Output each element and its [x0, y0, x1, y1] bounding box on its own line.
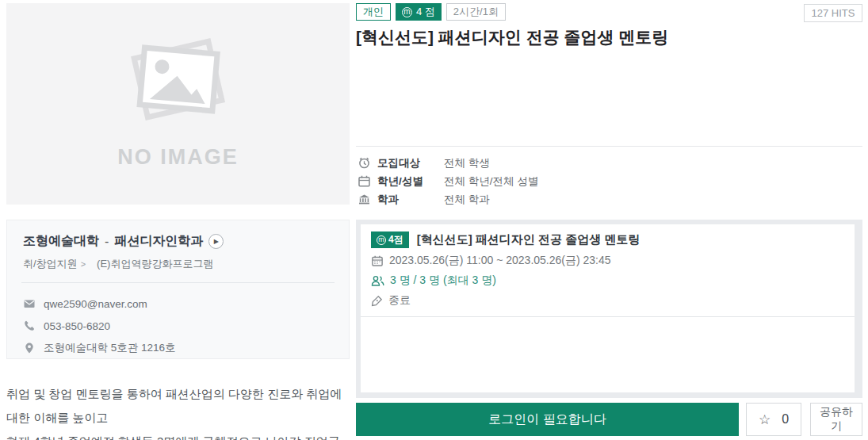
mileage-icon: m	[377, 235, 386, 245]
no-image-label: NO IMAGE	[117, 145, 239, 170]
department-name: 패션디자인학과	[114, 233, 203, 250]
info-row-target: 모집대상 전체 학생	[356, 154, 862, 172]
session-capacity: 3 명 / 3 명 (최대 3 명)	[390, 274, 496, 288]
session-date-row: 2023.05.26(금) 11:00 ~ 2023.05.26(금) 23:4…	[371, 254, 844, 268]
description-line-1: 취업 및 창업 멘토링을 통하여 패션산업의 다양한 진로와 취업에 대한 이해…	[6, 382, 350, 430]
session-date: 2023.05.26(금) 11:00 ~ 2023.05.26(금) 23:4…	[389, 254, 611, 268]
page-title: [혁신선도] 패션디자인 전공 졸업생 멘토링	[356, 26, 832, 48]
info-label: 모집대상	[377, 156, 444, 170]
session-list-panel: m 4점 [혁신선도] 패션디자인 전공 졸업생 멘토링 2023.05.26(…	[356, 220, 862, 398]
title-separator: -	[105, 235, 109, 249]
badge-duration: 2시간/1회	[446, 3, 506, 21]
description-line-2: 현재 4학년 졸업예정 학생들 3명에게 구체적으로 나아갈 직업군과 세부 내…	[6, 430, 350, 440]
phone-value: 053-850-6820	[44, 320, 110, 332]
category-link[interactable]: 취/창업지원	[23, 257, 78, 271]
card-divider	[21, 282, 335, 283]
email-row: qwe2590@naver.com	[23, 293, 333, 315]
address-row: 조형예술대학 5호관 1216호	[23, 337, 333, 359]
people-icon	[371, 275, 384, 287]
organization-card: 조형예술대학 - 패션디자인학과 ▶ 취/창업지원 > (E)취업역량강화프로그…	[6, 220, 350, 359]
play-icon[interactable]: ▶	[208, 234, 224, 249]
program-info-section: 모집대상 전체 학생 학년/성별 전체 학년/전체 성별 학과 전체 학과	[356, 146, 862, 209]
info-value: 전체 학과	[444, 193, 490, 207]
phone-row: 053-850-6820	[23, 315, 333, 337]
session-score-badge: m 4점	[371, 231, 409, 248]
favorite-button[interactable]: ☆ 0	[746, 403, 801, 436]
no-image-placeholder: NO IMAGE	[6, 3, 350, 205]
session-item[interactable]: m 4점 [혁신선도] 패션디자인 전공 졸업생 멘토링 2023.05.26(…	[361, 224, 855, 317]
session-score-label: 4점	[388, 233, 403, 247]
login-required-button[interactable]: 로그인이 필요합니다	[356, 403, 739, 436]
info-row-department: 학과 전체 학과	[356, 190, 862, 209]
address-value: 조형예술대학 5호관 1216호	[44, 341, 176, 355]
favorite-count: 0	[782, 412, 789, 427]
info-value: 전체 학년/전체 성별	[444, 174, 538, 189]
phone-icon	[23, 319, 36, 332]
program-detail-page: NO IMAGE 조형예술대학 - 패션디자인학과 ▶ 취/창업지원 > (E)…	[0, 0, 868, 440]
mileage-icon: m	[402, 7, 412, 17]
session-capacity-row: 3 명 / 3 명 (최대 3 명)	[371, 274, 844, 288]
calendar-icon	[358, 174, 371, 188]
clock-icon	[358, 156, 371, 170]
calendar-icon	[371, 254, 384, 267]
session-list: m 4점 [혁신선도] 패션디자인 전공 졸업생 멘토링 2023.05.26(…	[361, 224, 855, 392]
category-breadcrumb: 취/창업지원 > (E)취업역량강화프로그램	[23, 257, 333, 271]
info-label: 학과	[377, 193, 444, 207]
program-type-link[interactable]: (E)취업역량강화프로그램	[97, 257, 213, 271]
email-value: qwe2590@naver.com	[44, 298, 147, 310]
chevron-right-icon: >	[81, 259, 86, 269]
mail-icon	[23, 297, 36, 310]
hits-counter: 127 HITS	[804, 4, 862, 22]
organization-title: 조형예술대학 - 패션디자인학과 ▶	[23, 233, 333, 250]
badge-row: 개인 m 4 점 2시간/1회	[356, 3, 506, 21]
session-title: [혁신선도] 패션디자인 전공 졸업생 멘토링	[417, 232, 640, 247]
badge-personal: 개인	[356, 3, 391, 21]
star-icon: ☆	[759, 411, 770, 428]
photo-stack-icon	[115, 32, 242, 131]
session-status: 종료	[388, 293, 411, 308]
info-label: 학년/성별	[377, 174, 444, 189]
bank-icon	[358, 193, 371, 206]
session-status-row: 종료	[371, 293, 844, 308]
program-description: 취업 및 창업 멘토링을 통하여 패션산업의 다양한 진로와 취업에 대한 이해…	[6, 382, 350, 440]
college-name: 조형예술대학	[23, 233, 99, 250]
info-value: 전체 학생	[444, 156, 490, 170]
badge-score-label: 4 점	[416, 5, 435, 19]
pen-icon	[371, 295, 383, 307]
info-row-grade-gender: 학년/성별 전체 학년/전체 성별	[356, 172, 862, 190]
session-header: m 4점 [혁신선도] 패션디자인 전공 졸업생 멘토링	[371, 231, 844, 248]
badge-score: m 4 점	[396, 3, 442, 21]
share-button[interactable]: 공유하기	[810, 403, 862, 436]
map-pin-icon	[23, 342, 36, 354]
